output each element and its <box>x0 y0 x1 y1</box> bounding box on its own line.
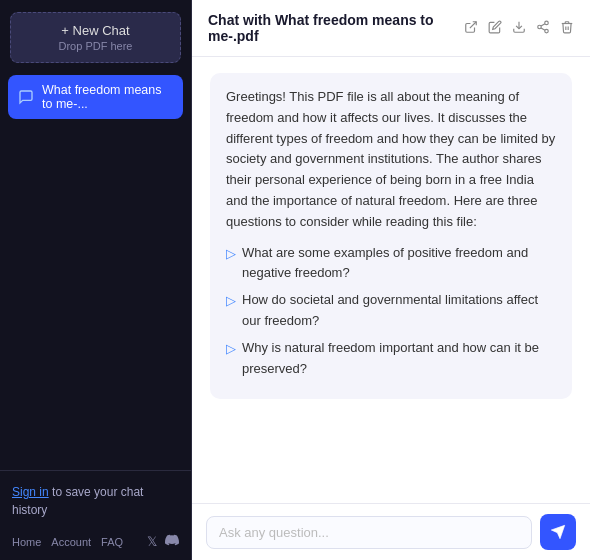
chat-input-area <box>192 503 590 560</box>
chat-title: Chat with What freedom means to me-.pdf <box>208 12 464 44</box>
header-icons <box>464 20 574 37</box>
twitter-icon[interactable]: 𝕏 <box>147 534 157 549</box>
svg-point-2 <box>545 21 549 25</box>
sidebar: + New Chat Drop PDF here What freedom me… <box>0 0 192 560</box>
questions-list: ▷ What are some examples of positive fre… <box>226 243 556 380</box>
delete-icon[interactable] <box>560 20 574 37</box>
new-chat-button[interactable]: + New Chat Drop PDF here <box>10 12 181 63</box>
question-arrow-1: ▷ <box>226 244 236 265</box>
sidebar-nav-links: Home Account FAQ <box>12 536 123 548</box>
sign-in-link[interactable]: Sign in <box>12 485 49 499</box>
sidebar-nav-icons: 𝕏 <box>147 533 179 550</box>
message-bubble: Greetings! This PDF file is all about th… <box>210 73 572 399</box>
svg-point-3 <box>538 25 542 29</box>
sidebar-footer: Sign in to save your chat history <box>0 470 191 527</box>
chat-item-label: What freedom means to me-... <box>42 83 173 111</box>
send-button[interactable] <box>540 514 576 550</box>
question-text-2: How do societal and governmental limitat… <box>242 290 556 332</box>
svg-line-0 <box>470 21 476 27</box>
question-item-1: ▷ What are some examples of positive fre… <box>226 243 556 285</box>
discord-icon[interactable] <box>165 533 179 550</box>
question-text-1: What are some examples of positive freed… <box>242 243 556 285</box>
chat-header: Chat with What freedom means to me-.pdf <box>192 0 590 57</box>
question-arrow-2: ▷ <box>226 291 236 312</box>
question-item-3: ▷ Why is natural freedom important and h… <box>226 338 556 380</box>
chat-input[interactable] <box>206 516 532 549</box>
nav-faq[interactable]: FAQ <box>101 536 123 548</box>
question-text-3: Why is natural freedom important and how… <box>242 338 556 380</box>
download-icon[interactable] <box>512 20 526 37</box>
new-chat-label: + New Chat <box>23 23 168 38</box>
chat-list: What freedom means to me-... <box>0 71 191 470</box>
question-item-2: ▷ How do societal and governmental limit… <box>226 290 556 332</box>
nav-account[interactable]: Account <box>51 536 91 548</box>
sidebar-nav: Home Account FAQ 𝕏 <box>0 527 191 560</box>
svg-point-4 <box>545 29 549 33</box>
chat-bubble-icon <box>18 89 34 105</box>
share-icon[interactable] <box>536 20 550 37</box>
edit-icon[interactable] <box>488 20 502 37</box>
chat-body: Greetings! This PDF file is all about th… <box>192 57 590 503</box>
chat-item[interactable]: What freedom means to me-... <box>8 75 183 119</box>
svg-line-6 <box>541 23 545 25</box>
main-panel: Chat with What freedom means to me-.pdf <box>192 0 590 560</box>
message-body: Greetings! This PDF file is all about th… <box>226 87 556 233</box>
sign-in-text: Sign in to save your chat history <box>12 483 179 519</box>
drop-pdf-label: Drop PDF here <box>23 40 168 52</box>
external-link-icon[interactable] <box>464 20 478 37</box>
question-arrow-3: ▷ <box>226 339 236 360</box>
svg-line-5 <box>541 27 545 29</box>
nav-home[interactable]: Home <box>12 536 41 548</box>
